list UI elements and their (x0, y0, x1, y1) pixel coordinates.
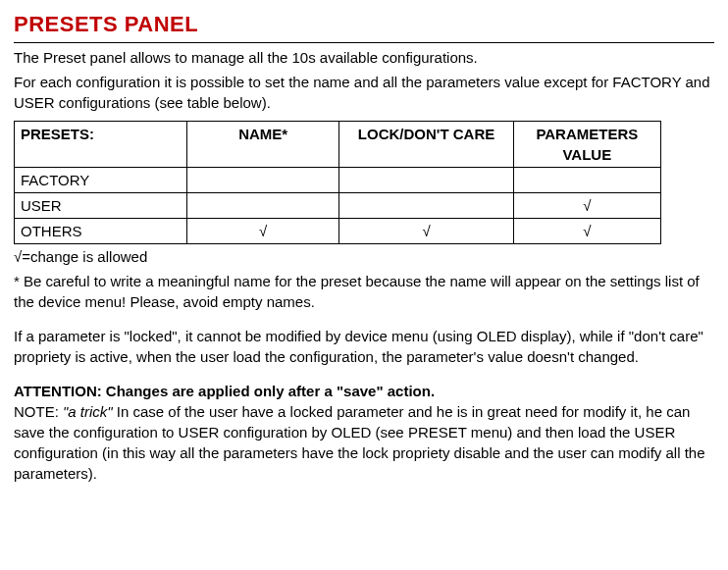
th-lock: LOCK/DON'T CARE (339, 121, 513, 167)
table-row: OTHERS √ √ √ (15, 218, 661, 243)
table-header-row: PRESETS: NAME* LOCK/DON'T CARE PARAMETER… (15, 121, 661, 167)
cell-params: √ (513, 218, 660, 243)
cell-lock: √ (339, 218, 513, 243)
cell-preset-name: FACTORY (15, 167, 187, 192)
presets-table: PRESETS: NAME* LOCK/DON'T CARE PARAMETER… (14, 121, 661, 244)
table-legend: √=change is allowed (14, 246, 714, 267)
th-params: PARAMETERS VALUE (513, 121, 660, 167)
locked-paragraph: If a parameter is "locked", it cannot be… (14, 326, 714, 367)
attention-block: ATTENTION: Changes are applied only afte… (14, 381, 714, 484)
table-row: FACTORY (15, 167, 661, 192)
name-footnote: * Be careful to write a meaningful name … (14, 271, 714, 312)
page-title: PRESETS PANEL (14, 10, 714, 43)
cell-params (513, 167, 660, 192)
th-name: NAME* (186, 121, 339, 167)
cell-preset-name: OTHERS (15, 218, 187, 243)
cell-name (186, 192, 339, 218)
table-row: USER √ (15, 192, 661, 218)
cell-params: √ (513, 192, 660, 218)
attention-line: ATTENTION: Changes are applied only afte… (14, 383, 435, 399)
note-italic: "a trick" (63, 403, 113, 420)
cell-name (186, 167, 339, 192)
intro-line-2: For each configuration it is possible to… (14, 72, 714, 113)
note-rest: In case of the user have a locked parame… (14, 403, 705, 482)
intro-line-1: The Preset panel allows to manage all th… (14, 47, 714, 68)
cell-name: √ (186, 218, 339, 243)
cell-preset-name: USER (15, 192, 187, 218)
note-prefix: NOTE: (14, 403, 63, 420)
th-presets: PRESETS: (15, 121, 187, 167)
cell-lock (339, 192, 513, 218)
cell-lock (339, 167, 513, 192)
